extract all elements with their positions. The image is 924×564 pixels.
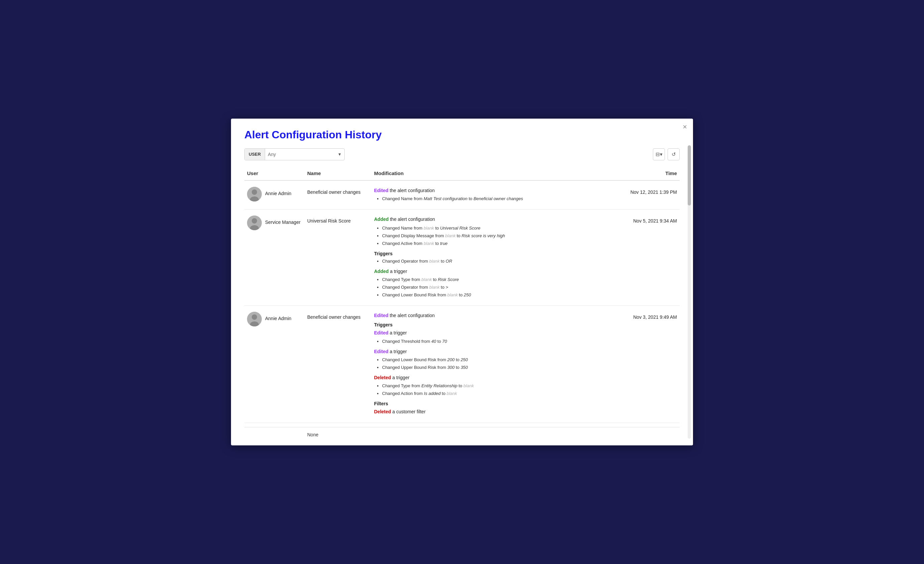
section-title: Triggers [374, 250, 610, 257]
sub-action-suffix: a customer filter [392, 409, 426, 414]
change-item: Changed Active from blank to true [382, 240, 610, 247]
change-item: Changed Display Message from blank to Ri… [382, 233, 610, 239]
filter-bar: USER Any ▼ ⊟▾ ↺ [244, 148, 680, 160]
user-name: Service Manager [265, 215, 300, 225]
change-item: Changed Type from blank to Risk Score [382, 276, 610, 283]
name-cell: Beneficial owner changes [304, 186, 371, 196]
change-item: Changed Operator from blank to OR [382, 258, 610, 265]
name-cell: Universal Risk Score [304, 214, 371, 225]
sub-action-suffix: a trigger [390, 330, 407, 335]
table-row: Annie Admin Beneficial owner changes Edi… [244, 306, 680, 423]
time-cell: Nov 5, 2021 9:34 AM [613, 214, 680, 225]
bottom-name-cell: None [304, 431, 371, 439]
refresh-button[interactable]: ↺ [668, 148, 680, 160]
change-item: Changed Type from Entity Relationship to… [382, 383, 610, 390]
change-item: Changed Lower Bound Risk from 200 to 250 [382, 356, 610, 364]
svg-point-7 [252, 314, 257, 320]
change-item: Changed Name from blank to Universal Ris… [382, 225, 610, 232]
action-suffix: the alert configuration [390, 217, 435, 222]
user-filter-wrap: USER Any ▼ [244, 148, 345, 160]
bottom-user-cell [244, 431, 304, 439]
name-cell: Beneficial owner changes [304, 310, 371, 321]
scroll-track[interactable] [688, 145, 691, 439]
time-cell: Nov 12, 2021 1:39 PM [613, 186, 680, 196]
avatar [247, 187, 262, 202]
select-arrow-icon: ▼ [338, 152, 344, 157]
table-header: User Name Modification Time [244, 166, 680, 181]
user-filter-select[interactable]: Any [265, 152, 338, 157]
action-tag: Edited [374, 188, 388, 193]
change-item: Changed Threshold from 40 to 70 [382, 338, 610, 345]
header-user: User [244, 169, 304, 177]
change-item: Changed Operator from blank to > [382, 284, 610, 291]
new-value: Beneficial owner changes [473, 196, 523, 201]
action-suffix: the alert configuration [390, 188, 435, 193]
header-modification: Modification [371, 169, 613, 177]
sub-action-tag: Deleted [374, 409, 391, 414]
filter-icon-button[interactable]: ⊟▾ [653, 148, 665, 160]
user-cell: Annie Admin [244, 310, 304, 328]
user-filter-label: USER [245, 149, 265, 160]
user-name: Annie Admin [265, 187, 291, 196]
refresh-icon: ↺ [672, 151, 676, 157]
sub-action-tag: Edited [374, 349, 388, 354]
page-title: Alert Configuration History [244, 129, 680, 141]
modification-cell: Edited the alert configuration Changed N… [371, 186, 613, 205]
avatar [247, 215, 262, 230]
time-cell: Nov 3, 2021 9:49 AM [613, 310, 680, 321]
user-cell: Service Manager [244, 214, 304, 232]
action-tag: Edited [374, 313, 388, 318]
change-item: Changed Upper Bound Risk from 300 to 350 [382, 364, 610, 371]
svg-point-1 [252, 190, 257, 195]
bottom-bar: None [244, 427, 680, 439]
change-item: Changed Lower Bound Risk from blank to 2… [382, 292, 610, 299]
header-time: Time [613, 169, 680, 177]
action-tag: Added [374, 217, 389, 222]
section-title: Triggers [374, 321, 610, 328]
change-item: Changed Action from Is added to blank [382, 390, 610, 397]
old-value: Matt Test configuration [423, 196, 467, 201]
table-row: Service Manager Universal Risk Score Add… [244, 209, 680, 306]
modal: × Alert Configuration History USER Any ▼… [231, 119, 693, 446]
user-name: Annie Admin [265, 312, 291, 321]
sub-action-suffix: a trigger [392, 375, 409, 380]
sub-action-tag: Added [374, 269, 389, 274]
sub-action-suffix: a trigger [390, 349, 407, 354]
avatar [247, 312, 262, 326]
table-row: Annie Admin Beneficial owner changes Edi… [244, 181, 680, 209]
sub-action-tag: Deleted [374, 375, 391, 380]
scroll-thumb[interactable] [688, 145, 691, 205]
header-name: Name [304, 169, 371, 177]
modification-cell: Edited the alert configuration Triggers … [371, 310, 613, 418]
section-title: Filters [374, 400, 610, 407]
sub-action-suffix: a trigger [390, 269, 407, 274]
user-cell: Annie Admin [244, 186, 304, 203]
modification-cell: Added the alert configuration Changed Na… [371, 214, 613, 301]
filter-actions: ⊟▾ ↺ [653, 148, 680, 160]
change-item: Changed Name from Matt Test configuratio… [382, 196, 610, 202]
action-suffix: the alert configuration [390, 313, 435, 318]
close-button[interactable]: × [682, 123, 687, 131]
svg-point-4 [252, 218, 257, 223]
sub-action-tag: Edited [374, 330, 388, 335]
filter-icon: ⊟▾ [656, 151, 663, 157]
